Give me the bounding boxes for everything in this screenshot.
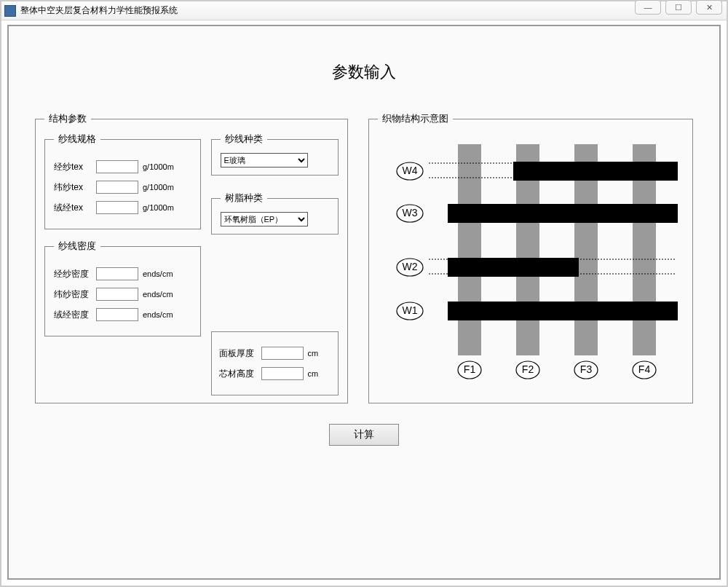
warp-tex-label: 经纱tex bbox=[54, 161, 92, 173]
svg-text:F3: F3 bbox=[580, 363, 593, 375]
warp-density-unit: ends/cm bbox=[143, 269, 173, 278]
yarn-spec-frame: 纱线规格 经纱tex g/1000m 纬纱tex g/1000m bbox=[44, 133, 201, 229]
svg-text:W4: W4 bbox=[403, 165, 418, 176]
weft-density-input[interactable] bbox=[96, 288, 138, 301]
window-title: 整体中空夹层复合材料力学性能预报系统 bbox=[20, 4, 178, 17]
pile-tex-label: 绒经tex bbox=[54, 202, 92, 214]
weft-bar-w4 bbox=[513, 162, 678, 181]
svg-text:F4: F4 bbox=[638, 363, 651, 375]
app-icon bbox=[4, 5, 16, 17]
diagram-legend: 织物结构示意图 bbox=[378, 112, 453, 125]
fabric-diagram: W4 W3 W2 W1 F1 F2 F3 F4 bbox=[378, 137, 684, 385]
core-height-input[interactable] bbox=[261, 367, 304, 380]
weft-density-label: 纬纱密度 bbox=[54, 288, 92, 301]
yarn-density-legend: 纱线密度 bbox=[54, 240, 100, 253]
app-window: 整体中空夹层复合材料力学性能预报系统 — ☐ ✕ 参数输入 结构参数 纱线规格 … bbox=[0, 0, 728, 587]
warp-tex-input[interactable] bbox=[96, 160, 138, 173]
weft-label-w3: W3 bbox=[397, 205, 423, 222]
resin-type-frame: 树脂种类 环氧树脂（EP） bbox=[211, 192, 339, 235]
weft-bar-w3 bbox=[448, 204, 678, 223]
warp-tex-unit: g/1000m bbox=[143, 162, 174, 171]
weft-bar-w1 bbox=[448, 302, 678, 320]
svg-text:W2: W2 bbox=[403, 261, 418, 272]
pile-density-unit: ends/cm bbox=[143, 310, 173, 319]
svg-text:W1: W1 bbox=[403, 304, 418, 316]
page-title: 参数输入 bbox=[9, 61, 719, 83]
panel-thickness-input[interactable] bbox=[261, 347, 304, 360]
pile-tex-unit: g/1000m bbox=[143, 203, 174, 212]
pile-density-input[interactable] bbox=[96, 308, 138, 321]
svg-text:F1: F1 bbox=[464, 363, 476, 375]
yarn-type-frame: 纱线种类 E玻璃 bbox=[211, 133, 339, 176]
maximize-button[interactable]: ☐ bbox=[665, 0, 692, 15]
warp-label-f1: F1 bbox=[458, 361, 481, 379]
svg-text:W3: W3 bbox=[403, 207, 418, 218]
warp-density-label: 经纱密度 bbox=[54, 268, 92, 280]
structure-params-frame: 结构参数 纱线规格 经纱tex g/1000m 纬纱tex bbox=[35, 112, 348, 403]
diagram-frame: 织物结构示意图 bbox=[368, 112, 693, 403]
warp-label-f4: F4 bbox=[633, 361, 656, 379]
content-row: 结构参数 纱线规格 经纱tex g/1000m 纬纱tex bbox=[9, 112, 719, 403]
resin-type-select[interactable]: 环氧树脂（EP） bbox=[221, 212, 308, 226]
weft-label-w1: W1 bbox=[397, 302, 423, 320]
weft-tex-input[interactable] bbox=[96, 181, 138, 194]
warp-column-f1 bbox=[458, 144, 481, 355]
weft-tex-unit: g/1000m bbox=[143, 183, 174, 192]
weft-bar-w2 bbox=[448, 258, 579, 277]
weft-label-w4: W4 bbox=[397, 162, 423, 180]
yarn-spec-legend: 纱线规格 bbox=[54, 133, 100, 146]
client-area: 参数输入 结构参数 纱线规格 经纱tex g/1000m bbox=[7, 25, 721, 580]
structure-params-legend: 结构参数 bbox=[44, 112, 91, 125]
core-height-unit: cm bbox=[308, 369, 319, 378]
calculate-button[interactable]: 计算 bbox=[329, 424, 399, 446]
yarn-type-select[interactable]: E玻璃 bbox=[221, 153, 308, 168]
weft-density-unit: ends/cm bbox=[143, 290, 173, 299]
yarn-type-legend: 纱线种类 bbox=[221, 133, 267, 146]
title-bar: 整体中空夹层复合材料力学性能预报系统 — ☐ ✕ bbox=[1, 1, 727, 20]
warp-label-f3: F3 bbox=[574, 361, 598, 379]
minimize-button[interactable]: — bbox=[635, 0, 661, 15]
pile-density-label: 绒经密度 bbox=[54, 309, 92, 321]
close-button[interactable]: ✕ bbox=[696, 0, 722, 15]
svg-text:F2: F2 bbox=[522, 363, 534, 375]
warp-label-f2: F2 bbox=[516, 361, 539, 379]
yarn-density-frame: 纱线密度 经纱密度 ends/cm 纬纱密度 ends/cm bbox=[44, 240, 201, 336]
warp-density-input[interactable] bbox=[96, 267, 138, 280]
weft-tex-label: 纬纱tex bbox=[54, 181, 92, 194]
resin-type-legend: 树脂种类 bbox=[221, 192, 267, 205]
weft-label-w2: W2 bbox=[397, 259, 423, 276]
core-height-label: 芯材高度 bbox=[219, 368, 257, 380]
panel-thickness-label: 面板厚度 bbox=[219, 347, 257, 360]
pile-tex-input[interactable] bbox=[96, 201, 138, 214]
panel-thickness-unit: cm bbox=[308, 349, 319, 358]
dimensions-box: 面板厚度 cm 芯材高度 cm bbox=[211, 331, 339, 395]
